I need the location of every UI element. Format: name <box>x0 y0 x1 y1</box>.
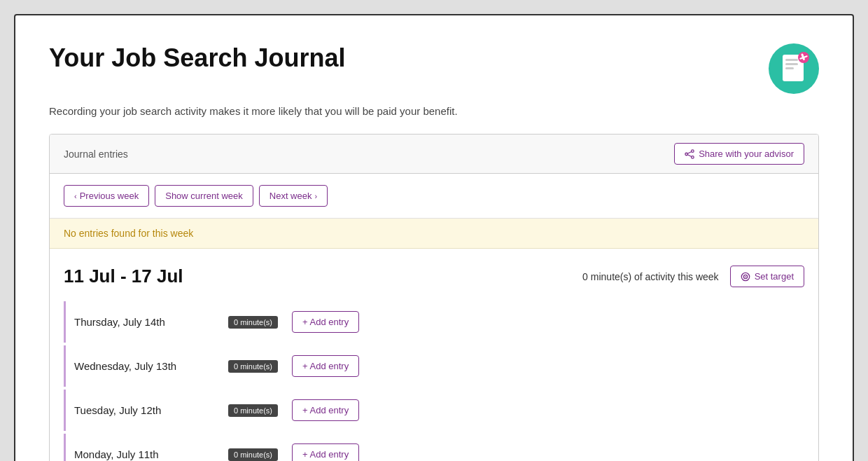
target-icon <box>741 272 750 282</box>
day-name: Tuesday, July 12th <box>74 404 228 416</box>
chevron-left-icon: ‹ <box>74 192 77 200</box>
share-with-advisor-button[interactable]: Share with your advisor <box>674 143 804 165</box>
add-entry-button[interactable]: + Add entry <box>292 311 359 333</box>
minutes-badge: 0 minute(s) <box>228 316 278 329</box>
prev-week-label: Previous week <box>80 191 139 201</box>
page-wrapper: Your Job Search Journal Recording your j… <box>14 14 854 461</box>
page-title: Your Job Search Journal <box>49 43 345 73</box>
add-entry-button[interactable]: + Add entry <box>292 443 359 461</box>
next-week-button[interactable]: Next week › <box>259 185 328 207</box>
set-target-label: Set target <box>755 271 794 282</box>
week-activity: 0 minute(s) of activity this week Set ta… <box>582 266 804 287</box>
week-navigation: ‹ Previous week Show current week Next w… <box>50 174 818 219</box>
week-header: 11 Jul - 17 Jul 0 minute(s) of activity … <box>64 266 804 287</box>
day-row: Thursday, July 14th0 minute(s)+ Add entr… <box>64 301 804 343</box>
share-icon <box>685 149 694 159</box>
activity-text: 0 minute(s) of activity this week <box>582 271 719 282</box>
share-button-label: Share with your advisor <box>699 149 794 159</box>
set-target-button[interactable]: Set target <box>730 266 804 287</box>
minutes-badge: 0 minute(s) <box>228 448 278 461</box>
next-week-label: Next week <box>270 191 312 201</box>
show-current-week-button[interactable]: Show current week <box>155 185 253 207</box>
day-row: Monday, July 11th0 minute(s)+ Add entry <box>64 434 804 461</box>
no-entries-banner: No entries found for this week <box>50 219 818 249</box>
svg-point-10 <box>685 153 688 156</box>
header-section: Your Job Search Journal <box>49 43 819 94</box>
add-entry-button[interactable]: + Add entry <box>292 399 359 421</box>
svg-point-9 <box>692 156 694 158</box>
week-content: 11 Jul - 17 Jul 0 minute(s) of activity … <box>50 249 818 461</box>
svg-point-8 <box>692 149 694 152</box>
minutes-badge: 0 minute(s) <box>228 404 278 417</box>
svg-rect-4 <box>785 67 794 69</box>
add-entry-button[interactable]: + Add entry <box>292 355 359 377</box>
page-subtitle: Recording your job search activity makes… <box>49 105 819 117</box>
journal-container: Journal entries Share with your advisor … <box>49 134 819 461</box>
svg-point-15 <box>745 276 746 277</box>
minutes-badge: 0 minute(s) <box>228 360 278 373</box>
previous-week-button[interactable]: ‹ Previous week <box>64 185 149 207</box>
show-current-label: Show current week <box>165 191 243 201</box>
day-row: Wednesday, July 13th0 minute(s)+ Add ent… <box>64 345 804 387</box>
svg-rect-2 <box>785 59 798 61</box>
journal-header: Journal entries Share with your advisor <box>50 135 818 174</box>
day-name: Wednesday, July 13th <box>74 360 228 372</box>
day-row: Tuesday, July 12th0 minute(s)+ Add entry <box>64 390 804 431</box>
day-list: Thursday, July 14th0 minute(s)+ Add entr… <box>64 301 804 461</box>
svg-rect-3 <box>785 63 798 65</box>
day-name: Thursday, July 14th <box>74 316 228 328</box>
journal-entries-label: Journal entries <box>64 149 128 160</box>
svg-line-12 <box>687 154 691 156</box>
journal-logo-icon <box>769 43 819 94</box>
week-range: 11 Jul - 17 Jul <box>64 266 183 287</box>
no-entries-text: No entries found for this week <box>64 228 193 239</box>
svg-line-11 <box>687 151 691 153</box>
day-name: Monday, July 11th <box>74 448 228 460</box>
chevron-right-icon: › <box>314 192 317 200</box>
